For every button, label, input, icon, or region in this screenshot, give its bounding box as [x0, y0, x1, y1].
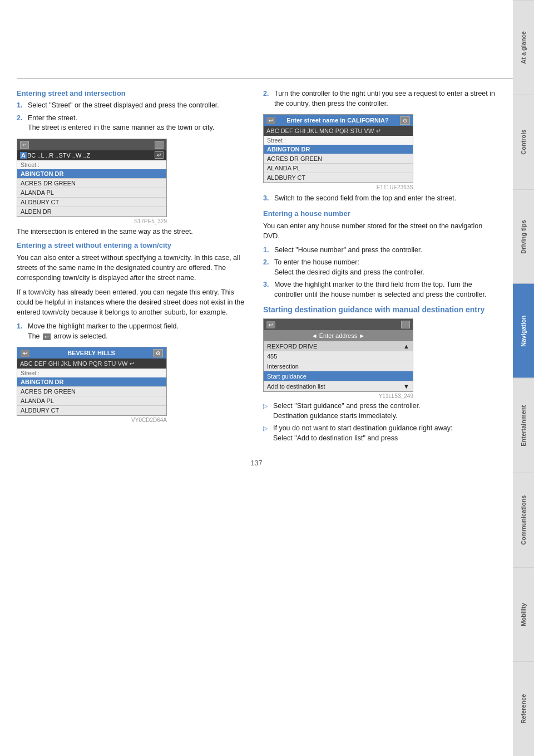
step-2: 2. Enter the street.The street is entere… [17, 114, 250, 133]
bullet-text-2: If you do not want to start destination … [273, 424, 452, 443]
house-step-2-num: 2. [263, 258, 271, 277]
list-item-aldbury: ALDBURY CT [17, 198, 166, 207]
step-2-right: 2. Turn the controller to the right unti… [263, 89, 496, 109]
bh-enter-icon: ↵ [130, 360, 135, 367]
bh-title: BEVERLY HILLS [29, 350, 153, 356]
addr-item-add-destination[interactable]: Add to destination list ▼ [264, 381, 413, 391]
heading-street-no-town: Entering a street without entering a tow… [17, 241, 250, 249]
ca-title-bar: ↩ Enter street name in CALIFORNIA? ⊙ [264, 115, 413, 126]
heading-entering-street: Entering street and intersection [17, 89, 250, 97]
list-item-acres: ACRES DR GREEN [17, 179, 166, 188]
sidebar-tab-communications[interactable]: Communications [513, 473, 534, 567]
ca-item-abington: ABINGTON DR [264, 145, 413, 154]
step-num-move: 1. [17, 322, 24, 341]
main-content: Entering street and intersection 1. Sele… [0, 0, 513, 756]
bullet-list: ▷ Select "Start guidance" and press the … [263, 401, 496, 443]
heading-start-guidance: Starting destination guidance with manua… [263, 305, 496, 314]
bullet-arrow-1: ▷ [263, 402, 270, 421]
addr-item-intersection: Intersection [264, 361, 413, 371]
addr-item-rexford: REXFORD DRIVE ▲ [264, 341, 413, 351]
list-item-alden: ALDEN DR [17, 207, 166, 217]
addr-item-start-guidance[interactable]: Start guidance [264, 371, 413, 381]
para1: You can also enter a street without spec… [17, 253, 250, 283]
nav-screen-beverly: ↩ BEVERLY HILLS ⊙ ABC DEF GHI JKL MNO PQ… [17, 347, 167, 416]
bh-item-acres: ACRES DR GREEN [17, 387, 166, 396]
step-move-highlight: 1. Move the highlight marker to the uppe… [17, 322, 250, 341]
screen1-topbar: ↩ [17, 139, 166, 150]
ca-item-aldbury: ALDBURY CT [264, 173, 413, 183]
house-para: You can enter any house number stored fo… [263, 221, 496, 241]
step-2-text: Turn the controller to the right until y… [274, 89, 496, 109]
addr-title: ◄ Enter address ► [264, 330, 413, 341]
ca-inputbar: ABC DEF GHI JKL MNO PQR STU VW ↵ [264, 126, 413, 136]
ca-item-alanda: ALANDA PL [264, 164, 413, 173]
steps-list-2: 1. Move the highlight marker to the uppe… [17, 322, 250, 341]
addr-top-bar: ↩ [264, 319, 413, 330]
back-icon: ↩ [20, 141, 29, 149]
rexford-text: REXFORD DRIVE [267, 343, 317, 350]
bh-item-aldbury: ALDBURY CT [17, 406, 166, 415]
right-column: 2. Turn the controller to the right unti… [263, 89, 496, 448]
cursor-letter: A [20, 152, 27, 159]
ca-screen-label: E111UE2363S [263, 184, 413, 190]
house-step-1-num: 1. [263, 246, 271, 256]
bullet-text-1: Select "Start guidance" and press the co… [273, 401, 421, 421]
ca-corner: ⊙ [400, 116, 410, 125]
step-text-2: Enter the street.The street is entered i… [28, 114, 250, 133]
sidebar-tab-mobility[interactable]: Mobility [513, 567, 534, 662]
step-3: 3. Switch to the second field from the t… [263, 194, 496, 204]
step-num-1: 1. [17, 101, 24, 111]
right-step-2: 2. Turn the controller to the right unti… [263, 89, 496, 109]
house-steps: 1. Select "House number" and press the c… [263, 246, 496, 300]
page-number: 137 [17, 459, 496, 467]
sidebar-tab-navigation[interactable]: Navigation [513, 283, 534, 378]
sidebar-tab-driving-tips[interactable]: Driving tips [513, 189, 534, 284]
bh-street-label: Street : [17, 369, 166, 377]
sidebar-tab-reference[interactable]: Reference [513, 661, 534, 756]
para2: If a town/city has already been entered,… [17, 287, 250, 317]
bh-title-bar: ↩ BEVERLY HILLS ⊙ [17, 347, 166, 359]
step-2-num: 2. [263, 89, 271, 109]
bullet-arrow-2: ▷ [263, 424, 270, 443]
sidebar-tab-at-a-glance[interactable]: At a glance [513, 0, 534, 95]
arrow-symbol: ↩ [43, 333, 51, 341]
ca-item-acres: ACRES DR GREEN [264, 154, 413, 164]
intersection-note: The intersection is entered in the same … [17, 227, 250, 237]
list-item-abington: ABINGTON DR [17, 169, 166, 179]
house-step-2-text: To enter the house number:Select the des… [274, 258, 496, 277]
bh-item-alanda: ALANDA PL [17, 396, 166, 406]
right-step-3: 3. Switch to the second field from the t… [263, 194, 496, 204]
bullet-1: ▷ Select "Start guidance" and press the … [263, 401, 496, 421]
add-dest-text: Add to destination list [267, 383, 325, 390]
sidebar: At a glance Controls Driving tips Naviga… [513, 0, 534, 756]
left-column: Entering street and intersection 1. Sele… [17, 89, 250, 448]
scroll-down: ▼ [403, 383, 409, 390]
ca-enter-icon: ↵ [376, 127, 381, 135]
list-item-alanda: ALANDA PL [17, 188, 166, 198]
bullet-2: ▷ If you do not want to start destinatio… [263, 424, 496, 443]
house-step-1-text: Select "House number" and press the cont… [274, 246, 496, 256]
street-label-1: Street : [17, 160, 166, 169]
sidebar-tab-entertainment[interactable]: Entertainment [513, 378, 534, 473]
house-step-3-num: 3. [263, 280, 271, 300]
house-step-1: 1. Select "House number" and press the c… [263, 246, 496, 256]
scroll-up: ▲ [403, 343, 409, 350]
bh-corner: ⊙ [153, 349, 163, 357]
bh-screen-label: VY0CD2D64A [17, 417, 167, 423]
ca-back-icon: ↩ [266, 117, 275, 124]
step-3-num: 3. [263, 194, 271, 204]
steps-list-1: 1. Select "Street" or the street display… [17, 101, 250, 133]
enter-icon-1: ↵ [155, 151, 164, 159]
step-text-1: Select "Street" or the street displayed … [28, 101, 250, 111]
step-1: 1. Select "Street" or the street display… [17, 101, 250, 111]
input-text-1: BC ..L ..R ..STV ..W ..Z [27, 152, 90, 159]
sidebar-tab-controls[interactable]: Controls [513, 95, 534, 189]
bh-back-icon: ↩ [21, 350, 29, 357]
nav-screen-1: ↩ A BC ..L ..R ..STV ..W ..Z ↵ Street : … [17, 139, 167, 217]
step-3-text: Switch to the second field from the top … [274, 194, 496, 204]
corner-icon [155, 141, 164, 149]
bh-input-text: ABC DEF GHI JKL MNO PQR STU VW [20, 360, 127, 367]
ca-input-text: ABC DEF GHI JKL MNO PQR STU VW [266, 127, 374, 134]
ca-street-label: Street : [264, 136, 413, 145]
step-num-2: 2. [17, 114, 24, 133]
